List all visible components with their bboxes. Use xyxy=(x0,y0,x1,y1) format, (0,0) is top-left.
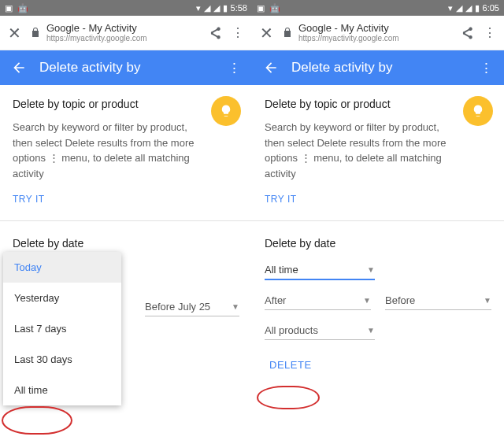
range-select-value: All time xyxy=(265,264,298,276)
section-2-title: Delete by date xyxy=(265,237,491,250)
before-date-select[interactable]: Before July 25 ▼ xyxy=(145,296,239,316)
wifi-icon: ▾ xyxy=(448,3,453,13)
app-bar: Delete activity by ⋮ xyxy=(252,50,504,85)
popup-item-all-time[interactable]: All time xyxy=(3,375,121,405)
android-icon: 🤖 xyxy=(269,3,280,13)
share-icon[interactable] xyxy=(208,26,222,40)
signal-icon-2: ◢ xyxy=(213,3,220,13)
divider xyxy=(252,220,504,221)
back-arrow-icon[interactable] xyxy=(11,60,27,76)
caret-down-icon: ▼ xyxy=(363,296,371,305)
range-select[interactable]: All time ▼ xyxy=(265,259,375,280)
caret-down-icon: ▼ xyxy=(232,302,239,311)
battery-icon: ▮ xyxy=(223,3,228,13)
battery-icon: ▮ xyxy=(475,3,480,13)
after-select-label: After xyxy=(265,294,286,306)
signal-icon: ◢ xyxy=(204,3,210,13)
before-date-label: Before July 25 xyxy=(145,301,210,313)
status-bar: ▣ 🤖 ▾ ◢ ◢ ▮ 6:05 xyxy=(252,0,504,16)
page-title: Google - My Activity xyxy=(46,23,147,34)
caret-down-icon: ▼ xyxy=(367,326,375,335)
page-url: https://myactivity.google.com xyxy=(46,34,147,43)
before-select[interactable]: Before ▼ xyxy=(385,290,491,310)
caret-down-icon: ▼ xyxy=(484,296,491,305)
before-select-label: Before xyxy=(385,294,415,306)
lock-icon xyxy=(283,27,292,38)
section-2-title: Delete by date xyxy=(13,237,239,250)
close-tab-button[interactable]: ✕ xyxy=(8,24,21,43)
section-1-title: Delete by topic or product xyxy=(265,98,491,110)
products-select-value: All products xyxy=(265,324,318,336)
signal-icon: ◢ xyxy=(456,3,462,13)
popup-item-last-30-days[interactable]: Last 30 days xyxy=(3,344,121,375)
products-select[interactable]: All products ▼ xyxy=(265,320,375,340)
close-tab-button[interactable]: ✕ xyxy=(260,24,273,43)
section-1-description: Search by keyword or filter by product, … xyxy=(13,120,202,181)
browser-url-bar: ✕ Google - My Activity https://myactivit… xyxy=(0,16,252,50)
messages-icon: ▣ xyxy=(257,3,265,13)
divider xyxy=(0,220,252,221)
page-title: Google - My Activity xyxy=(298,23,399,34)
try-it-button[interactable]: TRY IT xyxy=(13,194,239,205)
appbar-title: Delete activity by xyxy=(39,60,215,76)
appbar-title: Delete activity by xyxy=(291,60,467,76)
left-screenshot: ▣ 🤖 ▾ ◢ ◢ ▮ 5:58 ✕ Google - My Activity … xyxy=(0,0,252,444)
after-select[interactable]: After ▼ xyxy=(265,290,371,310)
browser-url-bar: ✕ Google - My Activity https://myactivit… xyxy=(252,16,504,50)
appbar-overflow-icon[interactable]: ⋮ xyxy=(480,60,493,76)
share-icon[interactable] xyxy=(460,26,474,40)
highlight-ring xyxy=(257,386,320,409)
try-it-button[interactable]: TRY IT xyxy=(265,194,491,205)
delete-button[interactable]: DELETE xyxy=(265,357,317,372)
tip-bulb-icon[interactable] xyxy=(211,96,241,126)
content-area: Delete by topic or product Search by key… xyxy=(252,85,504,444)
popup-item-yesterday[interactable]: Yesterday xyxy=(3,283,121,313)
section-1-description: Search by keyword or filter by product, … xyxy=(265,120,454,181)
status-time: 6:05 xyxy=(483,3,499,13)
wifi-icon: ▾ xyxy=(196,3,201,13)
section-1-title: Delete by topic or product xyxy=(13,98,239,110)
status-time: 5:58 xyxy=(231,3,247,13)
caret-down-icon: ▼ xyxy=(367,265,375,274)
tip-bulb-icon[interactable] xyxy=(463,96,493,126)
status-bar: ▣ 🤖 ▾ ◢ ◢ ▮ 5:58 xyxy=(0,0,252,16)
back-arrow-icon[interactable] xyxy=(263,60,279,76)
android-icon: 🤖 xyxy=(17,3,28,13)
popup-item-last-7-days[interactable]: Last 7 days xyxy=(3,313,121,344)
right-screenshot: ▣ 🤖 ▾ ◢ ◢ ▮ 6:05 ✕ Google - My Activity … xyxy=(252,0,504,444)
date-range-popup: Today Yesterday Last 7 days Last 30 days… xyxy=(3,252,121,405)
app-bar: Delete activity by ⋮ xyxy=(0,50,252,85)
more-options-icon[interactable]: ⋮ xyxy=(484,25,496,40)
lock-icon xyxy=(31,27,40,38)
signal-icon-2: ◢ xyxy=(465,3,472,13)
appbar-overflow-icon[interactable]: ⋮ xyxy=(228,60,241,76)
more-options-icon[interactable]: ⋮ xyxy=(232,25,244,40)
messages-icon: ▣ xyxy=(5,3,13,13)
page-url: https://myactivity.google.com xyxy=(298,34,399,43)
popup-item-today[interactable]: Today xyxy=(3,252,121,283)
